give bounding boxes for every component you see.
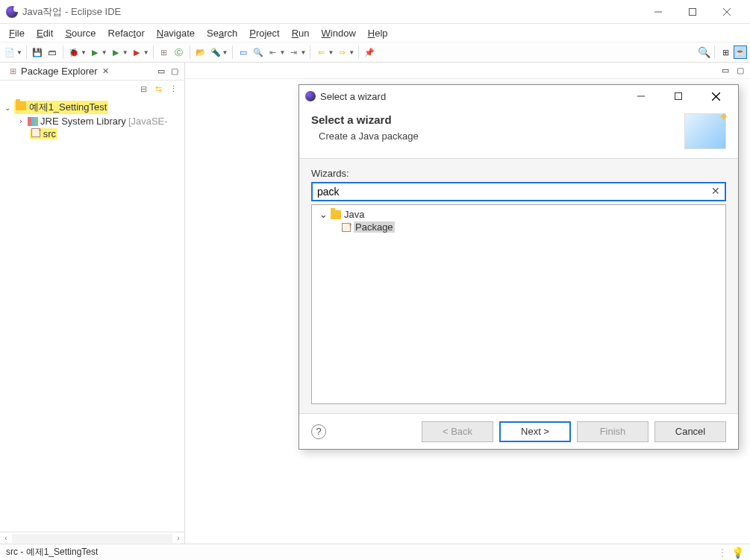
pin-editor-button[interactable]: 📌 — [363, 45, 376, 59]
window-titlebar: Java작업 - Eclipse IDE — [0, 0, 750, 24]
dialog-maximize-button[interactable] — [662, 85, 695, 107]
library-icon — [28, 117, 38, 126]
nav-fwd-button[interactable]: ⇒ — [335, 45, 349, 59]
close-tab-button[interactable]: ✕ — [102, 66, 109, 76]
toggle-breadcrumb-button[interactable]: ▭ — [237, 45, 250, 59]
cancel-button[interactable]: Cancel — [654, 421, 726, 442]
chevron-down-icon[interactable]: ⌄ — [319, 209, 328, 220]
clear-filter-icon[interactable]: ✕ — [711, 185, 720, 197]
new-dropdown[interactable]: ▼ — [16, 49, 22, 56]
java-perspective-button[interactable]: ☕ — [734, 45, 747, 59]
svg-rect-5 — [675, 93, 682, 100]
collapse-all-icon[interactable]: ⊟ — [138, 84, 149, 94]
dialog-banner-title: Select a wizard — [311, 113, 677, 126]
eclipse-icon — [6, 6, 18, 18]
jre-suffix: [JavaSE- — [128, 116, 168, 127]
run-dropdown[interactable]: ▼ — [101, 49, 107, 56]
dialog-minimize-button[interactable] — [625, 85, 657, 107]
view-menu-icon[interactable]: ⋮ — [168, 84, 178, 94]
dialog-banner: Select a wizard Create a Java package — [299, 107, 738, 159]
folder-icon — [331, 210, 341, 219]
minimize-view-icon[interactable]: ▭ — [156, 66, 166, 77]
nav-back-button[interactable]: ⇐ — [314, 45, 328, 59]
debug-dropdown[interactable]: ▼ — [81, 49, 87, 56]
menu-help[interactable]: Help — [362, 26, 394, 40]
jre-label: JRE System Library — [40, 116, 126, 127]
save-all-button[interactable]: 🗃 — [46, 45, 59, 59]
search-button-tb[interactable]: 🔦 — [209, 45, 222, 59]
wizard-tree[interactable]: ⌄ Java Package — [311, 204, 726, 404]
chevron-down-icon[interactable]: ⌄ — [3, 104, 12, 112]
svg-rect-1 — [690, 8, 696, 15]
run-button[interactable]: ▶ — [88, 45, 101, 59]
open-type-button[interactable]: 📂 — [194, 45, 207, 59]
package-icon — [342, 223, 351, 232]
menu-window[interactable]: Window — [316, 26, 362, 40]
package-explorer-toolbar: ⊟ ⇆ ⋮ — [0, 81, 184, 97]
search-dropdown[interactable]: ▼ — [222, 49, 228, 56]
horizontal-scrollbar[interactable]: ‹ › — [0, 532, 184, 544]
new-package-button[interactable]: ⊞ — [157, 45, 171, 59]
menu-edit[interactable]: Edit — [31, 26, 59, 40]
coverage-button[interactable]: ▶ — [109, 45, 122, 59]
annotation-prev-button[interactable]: ⇤ — [266, 45, 280, 59]
menu-search[interactable]: Search — [201, 26, 243, 40]
menu-source[interactable]: Source — [59, 26, 101, 40]
new-class-button[interactable]: Ⓒ — [172, 45, 186, 59]
run-last-dropdown[interactable]: ▼ — [143, 49, 149, 56]
back-button[interactable]: < Back — [422, 421, 493, 442]
maximize-editor-icon[interactable]: ▢ — [735, 66, 746, 76]
project-folder-icon — [16, 101, 26, 110]
link-editor-icon[interactable]: ⇆ — [153, 84, 163, 94]
window-minimize-button[interactable] — [641, 0, 675, 24]
annotation-next-button[interactable]: ⇥ — [287, 45, 300, 59]
package-explorer-tab[interactable]: ⊞ Package Explorer ✕ — [4, 64, 112, 78]
tree-src-row[interactable]: src — [3, 128, 181, 140]
tree-project-row[interactable]: ⌄ 예제1_SettingTest — [3, 100, 181, 115]
new-button[interactable]: 📄 — [3, 45, 16, 59]
menu-run[interactable]: Run — [286, 26, 316, 40]
finish-button[interactable]: Finish — [577, 421, 649, 442]
scroll-left-icon[interactable]: ‹ — [0, 534, 12, 542]
toggle-mark-button[interactable]: 🔍 — [251, 45, 265, 59]
maximize-view-icon[interactable]: ▢ — [169, 66, 180, 77]
wizard-filter-input[interactable] — [311, 182, 726, 201]
window-maximize-button[interactable] — [675, 0, 710, 24]
scroll-track[interactable] — [12, 534, 172, 543]
menu-file[interactable]: File — [3, 26, 31, 40]
src-label: src — [43, 128, 56, 139]
editor-area-toolbar: ▭ ▢ — [185, 63, 750, 79]
package-explorer-title: Package Explorer — [21, 66, 98, 77]
scroll-right-icon[interactable]: › — [172, 534, 184, 542]
eclipse-icon — [305, 91, 316, 101]
dialog-body: Wizards: ✕ ⌄ Java Package — [299, 159, 738, 413]
coverage-dropdown[interactable]: ▼ — [122, 49, 128, 56]
save-button[interactable]: 💾 — [31, 45, 44, 59]
open-perspective-button[interactable]: ⊞ — [719, 45, 732, 59]
debug-button[interactable]: 🐞 — [67, 45, 81, 59]
menu-refactor[interactable]: Refactor — [102, 26, 151, 40]
package-explorer-tree[interactable]: ⌄ 예제1_SettingTest › JRE System Library [… — [0, 97, 184, 532]
package-explorer-icon: ⊞ — [7, 66, 18, 77]
window-title: Java작업 - Eclipse IDE — [22, 5, 121, 19]
dialog-titlebar: Select a wizard — [299, 85, 738, 107]
minimize-editor-icon[interactable]: ▭ — [720, 66, 731, 76]
run-last-button[interactable]: ▶ — [130, 45, 143, 59]
next-button[interactable]: Next > — [499, 421, 571, 442]
wizard-tree-package-row[interactable]: Package — [315, 221, 722, 233]
help-icon[interactable]: ? — [311, 424, 326, 439]
wizards-label: Wizards: — [311, 168, 726, 179]
menu-navigate[interactable]: Navigate — [151, 26, 201, 40]
tip-handle-icon[interactable]: ⋮ — [718, 547, 727, 558]
tip-bulb-icon[interactable]: 💡 — [731, 547, 744, 559]
package-explorer-view: ⊞ Package Explorer ✕ ▭ ▢ ⊟ ⇆ ⋮ ⌄ 예제1_Set… — [0, 63, 185, 544]
main-toolbar: 📄▼ 💾 🗃 🐞▼ ▶▼ ▶▼ ▶▼ ⊞ Ⓒ 📂 🔦▼ ▭ 🔍 ⇤▼ ⇥▼ ⇐▼… — [0, 42, 750, 63]
chevron-right-icon[interactable]: › — [16, 117, 25, 125]
tree-jre-row[interactable]: › JRE System Library [JavaSE- — [3, 115, 181, 128]
quick-access-icon[interactable]: 🔍 — [697, 45, 710, 59]
wizard-java-label: Java — [344, 209, 364, 220]
menu-project[interactable]: Project — [243, 26, 285, 40]
wizard-tree-java-row[interactable]: ⌄ Java — [315, 208, 722, 221]
dialog-close-button[interactable] — [699, 85, 732, 107]
window-close-button[interactable] — [710, 0, 744, 24]
